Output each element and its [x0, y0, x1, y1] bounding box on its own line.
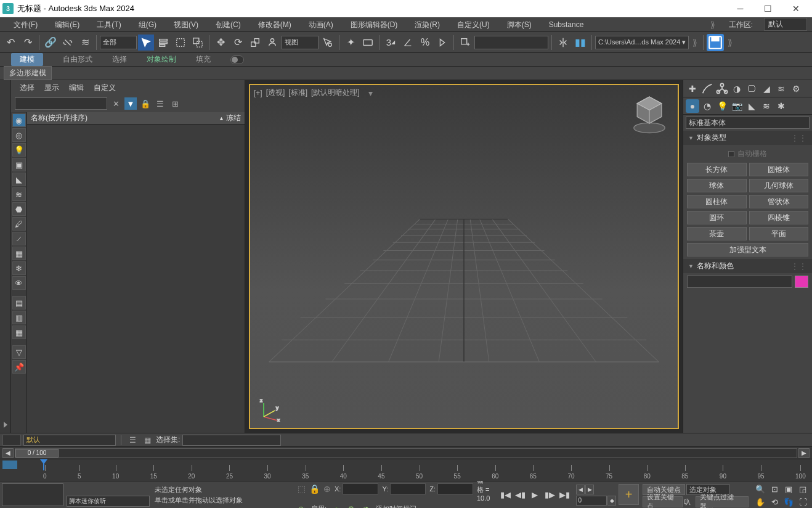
menu-rendering[interactable]: 渲染(R) — [406, 17, 449, 32]
menu-modifiers[interactable]: 修改器(M) — [250, 17, 300, 32]
keyfilter-button[interactable]: 关键点过滤器… — [696, 496, 749, 507]
filter-spacewarps-icon[interactable]: ≋ — [12, 187, 26, 201]
lock-icon[interactable]: 🔒 — [309, 484, 320, 494]
set-key-big-button[interactable]: + — [619, 484, 638, 505]
menu-tools[interactable]: 工具(T) — [88, 17, 129, 32]
scene-explorer-search-input[interactable] — [15, 97, 107, 110]
filter-groups-icon[interactable]: ⬣ — [12, 202, 26, 216]
unlink-button[interactable] — [60, 35, 76, 51]
search-clear-icon[interactable]: ✕ — [110, 97, 122, 110]
play-button[interactable]: ▶ — [528, 488, 542, 502]
manipulate-button[interactable]: ✦ — [343, 35, 359, 51]
z-coord-input[interactable] — [437, 483, 473, 494]
cp-tab-settings-icon[interactable]: ⚙ — [789, 82, 803, 96]
menu-group[interactable]: 组(G) — [130, 17, 165, 32]
object-name-input[interactable] — [687, 276, 792, 288]
menu-file[interactable]: 文件(F) — [5, 17, 46, 32]
layer-combo[interactable]: 默认 — [23, 435, 116, 446]
keymode-right-button[interactable]: ▶ — [585, 485, 594, 494]
redo-button[interactable]: ↷ — [20, 35, 36, 51]
filter-lights-icon[interactable]: 💡 — [12, 143, 26, 157]
dock-expand-icon[interactable] — [4, 422, 7, 428]
nav-fov-icon[interactable]: ◲ — [796, 483, 810, 495]
timeruler-mode-icon[interactable] — [2, 461, 17, 469]
obj-btn-teapot[interactable]: 茶壶 — [687, 227, 747, 240]
viewcube-icon[interactable] — [627, 91, 672, 136]
se-menu-display[interactable]: 显示 — [44, 83, 59, 93]
named-sel-create-button[interactable] — [457, 35, 473, 51]
obj-btn-pyramid[interactable]: 四棱锥 — [749, 211, 809, 224]
viewport-perspective[interactable]: [+] [透视] [标准] [默认明暗处理] ▾ — [249, 84, 679, 429]
filter-all-icon[interactable]: ◉ — [12, 113, 26, 127]
scale-button[interactable] — [247, 35, 263, 51]
timeslider-prev-button[interactable]: ◀ — [2, 448, 14, 458]
filter-helpers-icon[interactable]: ◣ — [12, 173, 26, 186]
nav-orbit-icon[interactable]: ⟲ — [768, 496, 781, 508]
se-tool3-icon[interactable]: ▦ — [12, 326, 26, 339]
angle-snap-button[interactable] — [400, 35, 416, 51]
ribbon-tab-objectpaint[interactable]: 对象绘制 — [147, 54, 176, 65]
prev-frame-button[interactable]: ◀▮ — [513, 488, 527, 502]
menu-graph-editors[interactable]: 图形编辑器(D) — [342, 17, 407, 32]
filter-frozen-icon[interactable]: ❄ — [12, 261, 26, 275]
ribbon-tab-modeling[interactable]: 建模 — [11, 53, 43, 66]
layer-list-icon[interactable]: ▦ — [141, 434, 153, 446]
goto-start-button[interactable]: ▮◀ — [498, 488, 512, 502]
toolbar-overflow2-icon[interactable]: ⟫ — [725, 38, 735, 47]
enable-prefs-icon[interactable]: ⚙ — [346, 504, 356, 508]
frame-spinner-button[interactable]: ◆ — [607, 496, 616, 506]
se-menu-edit[interactable]: 编辑 — [69, 83, 84, 93]
obj-btn-box[interactable]: 长方体 — [687, 163, 747, 176]
percent-snap-button[interactable]: % — [417, 35, 433, 51]
rectangle-region-button[interactable] — [173, 35, 189, 51]
se-funnel-icon[interactable]: ▽ — [12, 345, 26, 359]
y-coord-input[interactable] — [390, 483, 426, 494]
menu-substance[interactable]: Substance — [540, 17, 593, 32]
filter-bone-icon[interactable]: ⟋ — [12, 232, 26, 245]
lock-selection-icon[interactable]: 🔒 — [139, 97, 152, 110]
obj-btn-plane[interactable]: 平面 — [749, 227, 809, 240]
ribbon-tab-selection[interactable]: 选择 — [112, 54, 127, 65]
cp-cat-cameras-icon[interactable]: 📷 — [730, 99, 744, 113]
filter-geometry-icon[interactable]: ◎ — [12, 128, 26, 142]
scene-explorer-list[interactable]: 名称(按升序排序) ▲冻结 — [27, 112, 245, 433]
keymode-left-button[interactable]: ◀ — [576, 485, 585, 494]
view-list-icon[interactable]: ☰ — [154, 97, 166, 110]
cp-cat-spacewarps-icon[interactable]: ≋ — [760, 99, 773, 113]
cp-tab-motion-icon[interactable]: ◑ — [730, 82, 744, 96]
menu-views[interactable]: 视图(V) — [165, 17, 207, 32]
link-button[interactable]: 🔗 — [43, 35, 59, 51]
selection-filter-combo[interactable]: 全部 — [100, 36, 137, 49]
menu-overflow-icon[interactable]: ⟫ — [708, 17, 718, 32]
pivot-center-button[interactable] — [320, 35, 336, 51]
project-path-display[interactable]: C:\Users\Ad…ds Max 2024 ▾ — [595, 36, 689, 49]
enable-dot-icon[interactable]: ● — [331, 504, 341, 508]
keyboard-shortcut-button[interactable] — [360, 35, 376, 51]
nav-zoomall-icon[interactable]: ⊡ — [768, 483, 781, 495]
obj-btn-tube[interactable]: 管状体 — [749, 195, 809, 208]
obj-btn-sphere[interactable]: 球体 — [687, 179, 747, 192]
se-menu-select[interactable]: 选择 — [20, 83, 35, 93]
ribbon-panel-polymodeling[interactable]: 多边形建模 — [4, 66, 52, 80]
select-object-button[interactable] — [138, 35, 154, 51]
absrel-icon[interactable]: ⊕ — [323, 484, 331, 494]
menu-edit[interactable]: 编辑(E) — [46, 17, 88, 32]
menu-customize[interactable]: 自定义(U) — [449, 17, 498, 32]
cp-tab-display-icon[interactable]: 🖵 — [745, 82, 758, 96]
comm-center-icon[interactable]: ⟳ — [296, 504, 306, 508]
menu-animation[interactable]: 动画(A) — [300, 17, 342, 32]
ribbon-tab-populate[interactable]: 填充 — [196, 54, 211, 65]
ribbon-tab-freeform[interactable]: 自由形式 — [63, 54, 92, 65]
select-by-name-button[interactable] — [155, 35, 171, 51]
isolate-icon[interactable]: ⬚ — [298, 484, 306, 494]
obj-btn-cylinder[interactable]: 圆柱体 — [687, 195, 747, 208]
se-tool2-icon[interactable]: ▥ — [12, 311, 26, 324]
filter-toggle-icon[interactable]: ▼ — [124, 97, 137, 110]
se-pin-icon[interactable]: 📌 — [12, 360, 26, 374]
autogrid-checkbox[interactable]: 自动栅格 — [687, 147, 808, 160]
se-tool1-icon[interactable]: ▤ — [12, 296, 26, 309]
goto-end-button[interactable]: ▶▮ — [558, 488, 571, 502]
time-ruler[interactable]: 0 5 10 15 20 25 30 35 40 45 50 55 60 65 … — [0, 459, 812, 481]
col-name[interactable]: 名称(按升序排序) — [31, 113, 87, 123]
rollout-name-color-header[interactable]: ▼名称和颜色⋮⋮ — [683, 259, 812, 273]
